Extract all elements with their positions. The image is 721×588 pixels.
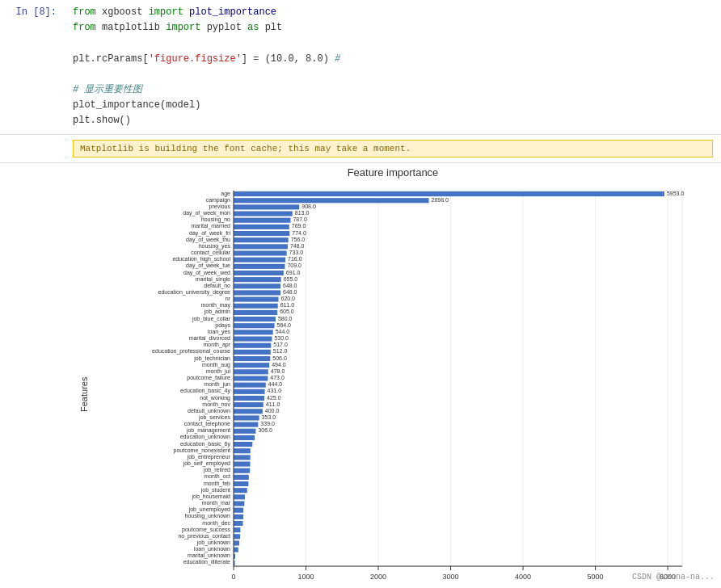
watermark: CSDN @Leona-na... xyxy=(632,573,715,582)
svg-rect-59 xyxy=(234,270,284,275)
code-line-1: from xgboost import plot_importance xyxy=(73,5,713,20)
svg-text:648.0: 648.0 xyxy=(283,288,297,294)
svg-text:month_jun: month_jun xyxy=(204,381,230,388)
svg-text:0: 0 xyxy=(231,573,235,581)
svg-text:education_high_school: education_high_school xyxy=(172,256,230,262)
svg-text:3000: 3000 xyxy=(443,573,459,581)
svg-text:517.0: 517.0 xyxy=(273,342,288,347)
code-line-2: from matplotlib import pyplot as plt xyxy=(73,20,713,36)
svg-rect-38 xyxy=(234,224,289,229)
svg-text:job_unemployed: job_unemployed xyxy=(188,506,230,513)
svg-text:job_housemaid: job_housemaid xyxy=(192,493,231,499)
svg-text:no_previous_contact: no_previous_contact xyxy=(178,532,230,539)
svg-text:contact_telephone: contact_telephone xyxy=(184,421,230,427)
svg-text:job_management: job_management xyxy=(186,427,230,434)
svg-rect-74 xyxy=(234,303,278,308)
svg-rect-136 xyxy=(234,442,252,447)
svg-text:month_nov: month_nov xyxy=(202,401,230,407)
svg-rect-41 xyxy=(234,230,289,235)
svg-text:loan_unknown: loan_unknown xyxy=(194,546,230,552)
svg-text:campaign: campaign xyxy=(206,196,230,203)
svg-text:marital_single: marital_single xyxy=(196,275,230,282)
svg-rect-50 xyxy=(234,250,287,255)
svg-rect-95 xyxy=(234,349,271,354)
svg-rect-89 xyxy=(234,336,272,341)
svg-rect-32 xyxy=(234,211,293,216)
svg-rect-162 xyxy=(234,527,240,532)
svg-text:pdays: pdays xyxy=(215,321,230,328)
svg-text:day_of_week_thu: day_of_week_thu xyxy=(186,236,230,242)
svg-rect-56 xyxy=(234,263,285,268)
svg-text:day_of_week_wed: day_of_week_wed xyxy=(183,269,230,275)
code-content[interactable]: from xgboost import plot_importance from… xyxy=(65,0,721,134)
svg-text:age: age xyxy=(221,190,230,196)
code-line-8: plt.show() xyxy=(73,113,713,128)
svg-text:756.0: 756.0 xyxy=(291,236,306,242)
svg-rect-104 xyxy=(234,369,268,374)
svg-text:494.0: 494.0 xyxy=(272,361,286,367)
svg-text:611.0: 611.0 xyxy=(280,302,295,308)
svg-text:day_of_week_fri: day_of_week_fri xyxy=(189,229,230,236)
svg-text:marital_divorced: marital_divorced xyxy=(189,335,230,342)
svg-rect-62 xyxy=(234,277,281,282)
chart-output-gutter xyxy=(0,163,65,589)
output-gutter xyxy=(0,135,65,162)
svg-rect-166 xyxy=(234,540,239,545)
svg-text:4000: 4000 xyxy=(515,573,531,581)
svg-rect-83 xyxy=(234,323,274,328)
svg-text:default_unknown: default_unknown xyxy=(188,407,230,414)
svg-text:housing_no: housing_no xyxy=(201,216,230,223)
svg-rect-35 xyxy=(234,217,290,222)
svg-text:306.0: 306.0 xyxy=(258,427,272,433)
svg-text:691.0: 691.0 xyxy=(286,269,301,275)
svg-text:day_of_week_tue: day_of_week_tue xyxy=(186,262,230,269)
svg-text:512.0: 512.0 xyxy=(273,348,288,354)
output-cell-chart: Feature importance Features 010002000300… xyxy=(0,163,721,589)
svg-rect-29 xyxy=(234,204,299,209)
svg-text:733.0: 733.0 xyxy=(289,250,304,255)
svg-text:506.0: 506.0 xyxy=(272,355,287,360)
svg-text:400.0: 400.0 xyxy=(265,407,280,413)
svg-text:contact_cellular: contact_cellular xyxy=(191,250,230,256)
svg-text:education_illiterate: education_illiterate xyxy=(183,559,230,565)
svg-rect-77 xyxy=(234,309,277,314)
chart-wrapper: Feature importance Features 010002000300… xyxy=(73,166,713,589)
svg-rect-86 xyxy=(234,330,273,334)
chart-output-content: Feature importance Features 010002000300… xyxy=(65,163,721,589)
svg-text:716.0: 716.0 xyxy=(288,256,302,262)
code-line-7: plot_importance(model) xyxy=(73,98,713,113)
svg-text:month_jul: month_jul xyxy=(206,368,231,374)
svg-text:job_unknown: job_unknown xyxy=(196,539,230,545)
svg-text:nr: nr xyxy=(226,296,231,301)
svg-rect-125 xyxy=(234,415,259,420)
svg-rect-113 xyxy=(234,388,265,393)
feature-importance-chart: 01000200030004000500060005953.0age2698.0… xyxy=(92,183,706,589)
svg-rect-53 xyxy=(234,257,285,262)
code-line-5 xyxy=(73,67,713,82)
svg-text:544.0: 544.0 xyxy=(276,328,290,334)
svg-text:job_student: job_student xyxy=(200,486,230,493)
output-cell-warning: Matplotlib is building the font cache; t… xyxy=(0,135,721,163)
svg-text:444.0: 444.0 xyxy=(268,381,283,387)
svg-text:marital_married: marital_married xyxy=(191,223,230,229)
svg-text:month_oct: month_oct xyxy=(204,473,230,480)
svg-text:620.0: 620.0 xyxy=(281,296,296,301)
svg-text:709.0: 709.0 xyxy=(287,262,301,268)
svg-rect-148 xyxy=(234,481,248,485)
svg-text:655.0: 655.0 xyxy=(284,275,298,281)
svg-text:previous: previous xyxy=(209,203,231,209)
svg-rect-44 xyxy=(234,237,289,242)
svg-rect-92 xyxy=(234,342,271,347)
svg-rect-154 xyxy=(234,501,244,506)
svg-text:job_self_employed: job_self_employed xyxy=(183,460,230,467)
svg-text:1000: 1000 xyxy=(298,573,314,581)
svg-text:month_feb: month_feb xyxy=(204,480,230,486)
svg-rect-122 xyxy=(234,409,263,414)
svg-text:month_dec: month_dec xyxy=(202,519,230,526)
svg-rect-128 xyxy=(234,422,258,426)
svg-rect-146 xyxy=(234,474,249,479)
svg-rect-134 xyxy=(234,435,255,439)
svg-text:day_of_week_mon: day_of_week_mon xyxy=(183,210,230,216)
svg-rect-68 xyxy=(234,290,280,295)
svg-rect-47 xyxy=(234,244,288,249)
